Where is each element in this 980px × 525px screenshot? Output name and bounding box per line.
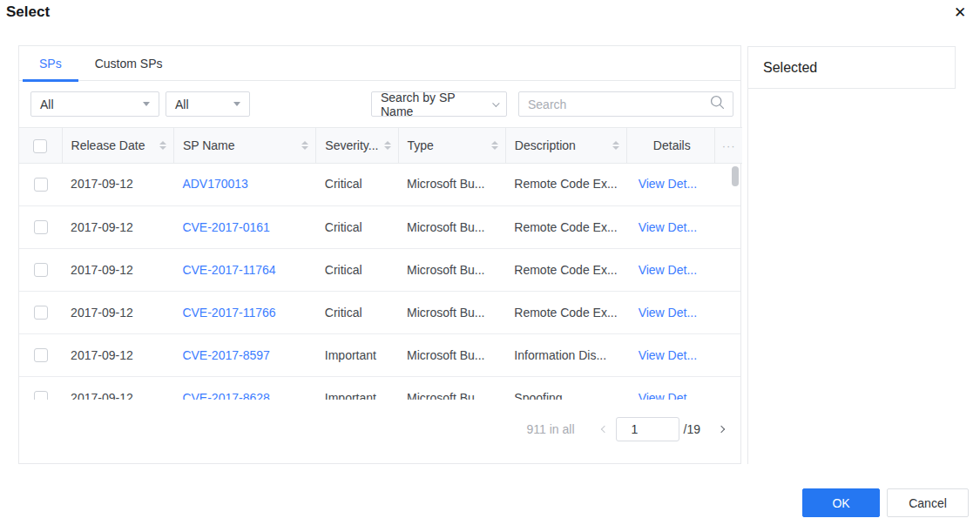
severity-cell: Important	[316, 376, 398, 400]
select-dialog: Select ✕ SPs Custom SPs All All Search b…	[0, 0, 980, 525]
view-details-link[interactable]: View Det...	[639, 263, 697, 277]
type-cell: Microsoft Bu...	[398, 163, 505, 205]
row-checkbox[interactable]	[34, 391, 48, 400]
release-date-cell: 2017-09-12	[62, 205, 173, 248]
sp-name-link[interactable]: CVE-2017-8628	[182, 391, 269, 400]
severity-cell: Important	[316, 333, 398, 376]
sort-icon[interactable]	[491, 141, 498, 150]
pagination: 911 in all /19	[527, 417, 728, 441]
row-checkbox[interactable]	[34, 348, 48, 362]
table-body: 2017-09-12 ADV170013 Critical Microsoft …	[19, 163, 740, 400]
table-row: 2017-09-12 ADV170013 Critical Microsoft …	[19, 163, 740, 205]
pagination-total: 911 in all	[527, 422, 575, 436]
severity-cell: Critical	[316, 163, 398, 205]
sp-name-link[interactable]: ADV170013	[182, 177, 248, 191]
row-checkbox[interactable]	[34, 220, 48, 234]
next-page-button[interactable]	[714, 422, 728, 436]
selected-panel: Selected	[747, 46, 956, 464]
view-details-link[interactable]: View Det...	[639, 348, 697, 362]
release-date-cell: 2017-09-12	[62, 376, 173, 400]
search-field-select[interactable]: Search by SP Name	[371, 91, 507, 117]
cancel-button[interactable]: Cancel	[887, 488, 969, 517]
release-date-cell: 2017-09-12	[62, 333, 173, 376]
sort-icon[interactable]	[384, 141, 391, 150]
selected-panel-title: Selected	[748, 46, 956, 89]
search-box	[518, 91, 733, 117]
description-cell: Remote Code Ex...	[505, 291, 626, 333]
row-checkbox[interactable]	[34, 306, 48, 320]
severity-cell: Critical	[316, 291, 398, 333]
chevron-down-icon	[492, 99, 499, 106]
sp-list-card: SPs Custom SPs All All Search by SP Name	[18, 45, 741, 464]
search-icon[interactable]	[710, 95, 725, 113]
tab-custom-sps[interactable]: Custom SPs	[78, 46, 179, 81]
sort-icon[interactable]	[612, 141, 619, 150]
view-details-link[interactable]: View Det...	[639, 306, 697, 320]
row-checkbox[interactable]	[34, 178, 48, 192]
table-header: Release Date SP Name Severity... Type De…	[19, 127, 740, 164]
column-settings-icon[interactable]: ···	[715, 128, 742, 164]
type-cell: Microsoft Bu...	[398, 248, 505, 291]
release-date-cell: 2017-09-12	[62, 248, 173, 291]
caret-down-icon	[233, 102, 240, 106]
chevron-right-icon	[718, 426, 725, 433]
sp-name-link[interactable]: CVE-2017-11764	[182, 263, 275, 277]
severity-filter-select[interactable]: All	[30, 91, 159, 117]
type-cell: Microsoft Bu...	[398, 205, 505, 248]
severity-filter-value: All	[40, 98, 54, 111]
col-severity[interactable]: Severity...	[316, 128, 398, 164]
severity-cell: Critical	[316, 248, 398, 291]
col-description[interactable]: Description	[505, 128, 626, 164]
prev-page-button[interactable]	[598, 422, 612, 436]
scrollbar-thumb[interactable]	[732, 166, 739, 186]
chevron-left-icon	[600, 426, 607, 433]
sort-icon[interactable]	[301, 141, 308, 150]
description-cell: Information Dis...	[505, 333, 626, 376]
dialog-title: Select	[6, 3, 50, 21]
col-details: Details	[627, 128, 715, 164]
description-cell: Remote Code Ex...	[505, 248, 626, 291]
table-row: 2017-09-12 CVE-2017-0161 Critical Micros…	[19, 205, 740, 248]
severity-cell: Critical	[316, 205, 398, 248]
ok-button[interactable]: OK	[802, 488, 880, 517]
search-field-value: Search by SP Name	[381, 91, 487, 118]
tabbar: SPs Custom SPs	[19, 46, 740, 81]
sort-icon[interactable]	[159, 141, 166, 150]
col-type[interactable]: Type	[398, 128, 505, 164]
search-input[interactable]	[519, 98, 710, 111]
view-details-link[interactable]: View Det...	[639, 220, 697, 234]
col-sp-name[interactable]: SP Name	[173, 128, 315, 164]
table-row: 2017-09-12 CVE-2017-11764 Critical Micro…	[19, 248, 740, 291]
select-all-checkbox[interactable]	[33, 139, 47, 153]
type-filter-value: All	[175, 98, 189, 111]
description-cell: Remote Code Ex...	[505, 163, 626, 205]
caret-down-icon	[143, 102, 150, 106]
type-cell: Microsoft Bu...	[398, 291, 505, 333]
table-row: 2017-09-12 CVE-2017-8628 Important Micro…	[19, 376, 740, 400]
description-cell: Spoofing	[505, 376, 626, 400]
col-release-date[interactable]: Release Date	[62, 128, 173, 164]
view-details-link[interactable]: View Det...	[639, 177, 697, 191]
release-date-cell: 2017-09-12	[62, 291, 173, 333]
sp-name-link[interactable]: CVE-2017-0161	[182, 220, 269, 234]
select-all-header	[19, 128, 62, 164]
description-cell: Remote Code Ex...	[505, 205, 626, 248]
type-cell: Microsoft Bu...	[398, 333, 505, 376]
row-checkbox[interactable]	[34, 263, 48, 277]
type-filter-select[interactable]: All	[166, 91, 250, 117]
page-number-input[interactable]	[616, 417, 679, 441]
release-date-cell: 2017-09-12	[62, 163, 173, 205]
pagination-page-count: /19	[684, 422, 700, 436]
sp-name-link[interactable]: CVE-2017-11766	[182, 306, 275, 320]
table-row: 2017-09-12 CVE-2017-11766 Critical Micro…	[19, 291, 740, 333]
table-row: 2017-09-12 CVE-2017-8597 Important Micro…	[19, 333, 740, 376]
selected-panel-body	[748, 89, 956, 463]
close-icon[interactable]: ✕	[949, 2, 971, 24]
tab-sps[interactable]: SPs	[23, 46, 78, 81]
type-cell: Microsoft Bu...	[398, 376, 505, 400]
sp-name-link[interactable]: CVE-2017-8597	[182, 348, 269, 362]
view-details-link[interactable]: View Det...	[639, 391, 697, 400]
